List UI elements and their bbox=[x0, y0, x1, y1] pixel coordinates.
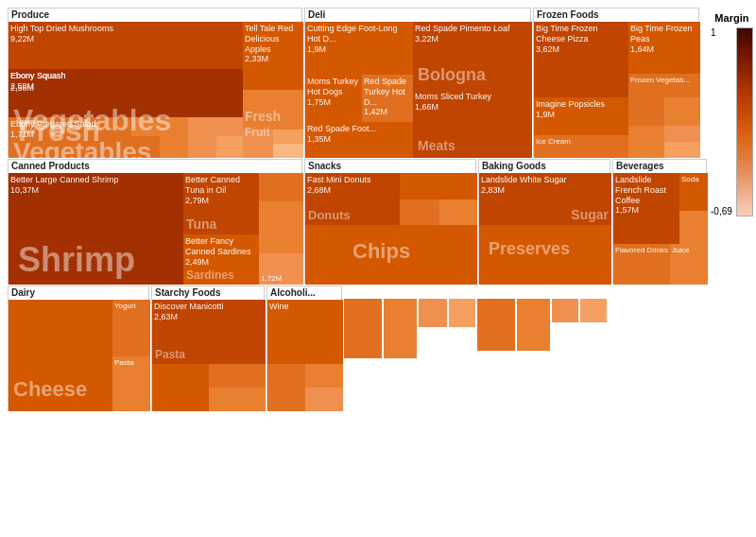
fresh-veg-big-text: Vegetables bbox=[13, 103, 171, 138]
dairy-label: Dairy bbox=[9, 286, 38, 299]
block-frozen-peas: Big Time Frozen Peas 1,64M bbox=[628, 22, 700, 74]
block-yogurt: Yogurt bbox=[112, 300, 150, 356]
snacks-section: Snacks Fast Mini Donuts 2,68M Donuts Chi… bbox=[304, 159, 476, 284]
block-preserves: Preserves bbox=[479, 225, 611, 285]
block-alcohol-small-1 bbox=[267, 364, 305, 411]
block-sardines: Better Fancy Canned Sardines 2,49M Sardi… bbox=[183, 234, 259, 285]
extra-block-7 bbox=[552, 299, 578, 322]
block-snack-small-1 bbox=[400, 173, 477, 199]
block-frozen-small-4 bbox=[664, 126, 700, 142]
starchy-section: Starchy Foods Discover Manicotti 2,63M P… bbox=[151, 286, 265, 410]
block-donuts: Fast Mini Donuts 2,68M Donuts bbox=[305, 173, 400, 225]
extra-block-8 bbox=[580, 299, 607, 322]
snacks-label: Snacks bbox=[305, 160, 344, 172]
block-shrimp: Better Large Canned Shrimp 10,37M Shrimp bbox=[9, 173, 183, 285]
baking-section: Baking Goods Landslide White Sugar 2,83M… bbox=[478, 159, 610, 284]
alcohol-section: Alcoholi... Wine bbox=[266, 286, 342, 410]
block-alcohol-small-2 bbox=[305, 364, 343, 388]
starchy-label: Starchy Foods bbox=[152, 286, 223, 299]
legend-area: Margin 1 -0,69 bbox=[711, 8, 753, 529]
block-snack-small-3 bbox=[439, 199, 477, 225]
canned-section: Canned Products Better Large Canned Shri… bbox=[8, 159, 302, 284]
alcohol-label: Alcoholi... bbox=[267, 286, 318, 299]
row-2: Canned Products Better Large Canned Shri… bbox=[8, 159, 707, 284]
legend-container: 1 -0,69 bbox=[711, 27, 753, 217]
block-pasta: Pasta bbox=[112, 356, 150, 411]
block-coffee: Landslide French Roast Coffee 1,57M bbox=[613, 173, 679, 244]
block-alcohol-small-3 bbox=[305, 388, 343, 411]
extra-block-1 bbox=[344, 299, 382, 358]
block-juice: Juice bbox=[670, 244, 708, 285]
block-small-8 bbox=[273, 130, 303, 144]
block-small-2 bbox=[188, 117, 243, 136]
frozen-section: Frozen Foods Big Time Frozen Cheese Pizz… bbox=[533, 8, 699, 157]
block-snack-small-2 bbox=[400, 199, 439, 225]
block-apples: Tell Tale Red Delicious Apples 2,33M bbox=[243, 22, 303, 90]
block-frozen-small-3 bbox=[628, 126, 664, 158]
block-starchy-small-3 bbox=[209, 388, 266, 411]
block-ice-cream: Ice Cream bbox=[534, 135, 628, 158]
baking-label: Baking Goods bbox=[479, 160, 549, 172]
legend-labels: 1 -0,69 bbox=[711, 27, 732, 217]
block-canned-small-3 bbox=[259, 225, 303, 253]
block-popsicles: Imagine Popsicles 1,9M bbox=[534, 97, 628, 135]
extra-block-6 bbox=[517, 299, 550, 351]
block-chips: Chips bbox=[305, 225, 477, 285]
legend-title: Margin bbox=[714, 12, 748, 24]
block-starchy-small-2 bbox=[209, 364, 266, 388]
block-frozen-small-2 bbox=[664, 97, 700, 126]
dairy-section: Dairy Cheese Yogurt Pasta bbox=[8, 286, 149, 410]
block-ebony-squash: Ebony Squash 2,58M bbox=[9, 69, 131, 107]
extra-block-3 bbox=[419, 299, 447, 327]
block-canned-small-1 bbox=[259, 173, 303, 201]
block-soda: Soda bbox=[679, 173, 708, 211]
block-red-spade-foot: Red Spade Foot... 1,35M bbox=[305, 122, 413, 158]
block-flavored-drinks: Flavored Drinks bbox=[613, 244, 670, 285]
row-3: Dairy Cheese Yogurt Pasta Starchy Foods bbox=[8, 286, 707, 410]
block-small-5 bbox=[188, 136, 216, 158]
block-wine: Wine bbox=[267, 300, 343, 364]
block-sugar: Landslide White Sugar 2,83M Sugar bbox=[479, 173, 611, 225]
deli-label: Deli bbox=[305, 9, 328, 21]
block-canned-small-2 bbox=[259, 201, 303, 225]
block-small-4 bbox=[160, 136, 188, 158]
produce-label: Produce bbox=[9, 9, 52, 21]
block-pimento: Red Spade Pimento Loaf 3,22M Bologna bbox=[413, 22, 532, 90]
block-frozen-veg: Frozen Vegetab... bbox=[628, 74, 700, 97]
deli-section: Deli Cutting Edge Foot-Long Hot D... 1,9… bbox=[304, 8, 531, 157]
block-moms-turkey: Moms Turkey Hot Dogs 1,75M bbox=[305, 75, 362, 122]
block-cutting-edge: Cutting Edge Foot-Long Hot D... 1,9M bbox=[305, 22, 413, 75]
main-container: Produce High Top Dried Mushrooms 9,22M T… bbox=[0, 0, 756, 537]
block-red-spade-turkey: Red Spade Turkey Hot D... 1,42M bbox=[362, 75, 413, 122]
block-cheese-pizza: Big Time Frozen Cheese Pizza 3,62M bbox=[534, 22, 628, 97]
beverages-label: Beverages bbox=[613, 160, 667, 172]
block-canned-small-4: 1,72M bbox=[259, 253, 303, 285]
produce-section: Produce High Top Dried Mushrooms 9,22M T… bbox=[8, 8, 302, 157]
beverages-section: Beverages Landslide French Roast Coffee … bbox=[612, 159, 707, 284]
block-small-6 bbox=[216, 136, 243, 158]
block-starchy-small-1 bbox=[152, 364, 209, 411]
legend-gradient bbox=[736, 27, 753, 217]
block-sliced-turkey: Moms Sliced Turkey 1,66M Meats bbox=[413, 90, 532, 158]
extra-section bbox=[344, 286, 707, 410]
block-cheese: Cheese bbox=[9, 300, 112, 411]
extra-block-2 bbox=[384, 299, 417, 358]
block-frozen-small-1 bbox=[628, 97, 664, 126]
row-1: Produce High Top Dried Mushrooms 9,22M T… bbox=[8, 8, 707, 157]
frozen-label: Frozen Foods bbox=[534, 9, 602, 21]
chart-area: Produce High Top Dried Mushrooms 9,22M T… bbox=[8, 8, 707, 529]
block-small-9 bbox=[273, 144, 303, 158]
block-mushrooms: High Top Dried Mushrooms 9,22M bbox=[9, 22, 243, 69]
block-frozen-small-5 bbox=[664, 142, 700, 158]
block-tuna: Better Canned Tuna in Oil 2,79M Tuna bbox=[183, 173, 259, 234]
legend-min: -0,69 bbox=[711, 206, 732, 217]
block-manicotti: Discover Manicotti 2,63M Pasta bbox=[152, 300, 266, 364]
canned-label: Canned Products bbox=[9, 160, 93, 172]
extra-block-5 bbox=[477, 299, 515, 351]
block-bev-small bbox=[679, 211, 708, 244]
canned-bottom-value: 1,72M bbox=[261, 274, 282, 283]
extra-block-4 bbox=[449, 299, 475, 327]
legend-max: 1 bbox=[711, 27, 732, 38]
